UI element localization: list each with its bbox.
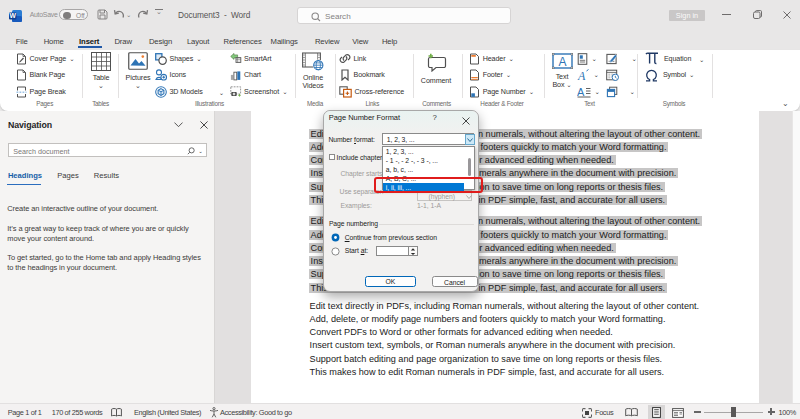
svg-text:A: A: [577, 69, 586, 81]
svg-text:A: A: [577, 86, 585, 98]
svg-text:W: W: [10, 12, 17, 19]
svg-text:A: A: [558, 55, 566, 69]
